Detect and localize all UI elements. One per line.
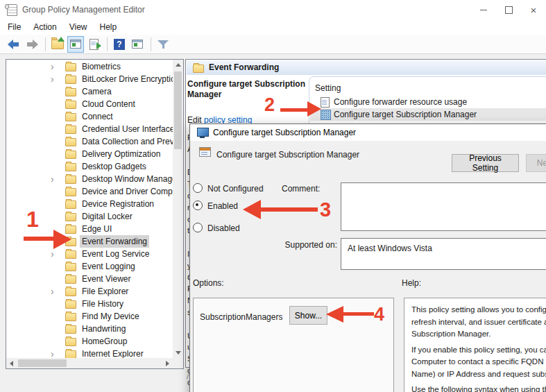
- help-paragraph: This policy setting allows you to config…: [411, 304, 546, 341]
- setting-row[interactable]: Configure target Subscription Manager: [310, 108, 546, 121]
- radio-button-icon[interactable]: [193, 223, 203, 232]
- tree-item-label: Device Registration: [80, 198, 156, 210]
- toolbar-separator: [45, 37, 46, 51]
- step-1-arrow-head: [53, 230, 71, 249]
- tree-item-label: Find My Device: [80, 310, 142, 323]
- menu-file[interactable]: File: [1, 20, 27, 34]
- radio-disabled[interactable]: Disabled: [193, 223, 240, 232]
- tree-item[interactable]: Data Collection and Preview Builds: [6, 135, 173, 148]
- comment-label: Comment:: [282, 184, 320, 194]
- dialog-titlebar: Configure target Subscription Manager: [190, 124, 546, 141]
- toolbar-separator: [107, 37, 108, 51]
- tree-item[interactable]: Handwriting: [6, 323, 173, 335]
- tree-item[interactable]: HomeGroup: [6, 335, 173, 348]
- console-window-icon-button[interactable]: [129, 36, 146, 53]
- tree-item[interactable]: Desktop Gadgets: [6, 160, 173, 173]
- folder-icon: [65, 101, 76, 109]
- tree-item[interactable]: Credential User Interface: [6, 123, 173, 135]
- previous-setting-button[interactable]: Previous Setting: [452, 154, 519, 172]
- back-arrow-icon-button[interactable]: [6, 36, 22, 53]
- folder-icon: [65, 163, 76, 171]
- help-line: If you enable this policy setting, you c…: [411, 344, 546, 357]
- folder-icon: [65, 113, 76, 121]
- help-line: Subscription Manager.: [411, 328, 546, 341]
- expand-chevron-icon[interactable]: ›: [51, 173, 59, 185]
- result-pane-header: Event Forwarding: [187, 60, 546, 75]
- supported-on-box: At least Windows Vista: [341, 238, 546, 270]
- show-button[interactable]: Show...: [289, 306, 327, 325]
- filter-icon-button[interactable]: [155, 36, 171, 53]
- setting-row[interactable]: Configure forwarder resource usage: [310, 96, 546, 108]
- radio-button-icon[interactable]: [193, 201, 203, 210]
- tree-item[interactable]: ›Internet Explorer: [6, 348, 173, 358]
- folder-icon: [65, 263, 76, 271]
- expand-chevron-icon[interactable]: ›: [51, 348, 59, 358]
- tree-item-label: Biometrics: [80, 60, 123, 73]
- settings-column-header[interactable]: Setting: [315, 83, 341, 93]
- help-icon-button[interactable]: [111, 36, 128, 53]
- tree-item[interactable]: ›Desktop Window Manager: [6, 173, 173, 185]
- tree-item-label: File History: [80, 298, 126, 310]
- tree-item[interactable]: Delivery Optimization: [6, 148, 173, 160]
- menubar: FileActionViewHelp: [0, 19, 546, 35]
- up-folder-icon: [51, 40, 64, 49]
- tree-item[interactable]: Event Logging: [6, 260, 173, 273]
- help-text-box[interactable]: This policy setting allows you to config…: [404, 298, 546, 392]
- next-setting-button[interactable]: Next Setting: [526, 154, 546, 172]
- tree-item[interactable]: ›File Explorer: [6, 285, 173, 298]
- filter-icon: [157, 40, 169, 49]
- tree-item[interactable]: ›Biometrics: [6, 60, 173, 73]
- step-3-arrow-head: [243, 200, 261, 219]
- scroll-down-icon[interactable]: [173, 348, 183, 358]
- menu-help[interactable]: Help: [94, 20, 123, 34]
- step-2-arrow-line: [280, 108, 308, 112]
- tree-item[interactable]: Camera: [6, 85, 173, 98]
- selected-policy-title: Configure target Subscription Manager: [187, 79, 312, 100]
- folder-icon: [65, 325, 76, 334]
- scroll-left-icon[interactable]: [6, 358, 17, 368]
- back-arrow-icon: [8, 40, 20, 49]
- gpme-app-icon: [7, 4, 17, 16]
- help-line: This policy setting allows you to config…: [411, 304, 546, 316]
- expand-chevron-icon[interactable]: ›: [51, 60, 59, 73]
- tree-item[interactable]: Find My Device: [6, 310, 173, 323]
- up-folder-icon-button[interactable]: [49, 36, 66, 53]
- menu-action[interactable]: Action: [27, 20, 62, 34]
- export-list-icon-button[interactable]: [85, 36, 102, 53]
- tree-item[interactable]: Event Viewer: [6, 273, 173, 285]
- tree-item-label: Data Collection and Preview Builds: [80, 135, 173, 148]
- expand-chevron-icon[interactable]: ›: [51, 73, 59, 85]
- close-icon[interactable]: ×: [521, 0, 546, 19]
- radio-not-configured[interactable]: Not Configured: [193, 183, 264, 193]
- help-line: Use the following syntax when using the …: [411, 384, 546, 392]
- vertical-scroll-thumb[interactable]: [174, 71, 182, 149]
- minimize-icon[interactable]: [471, 0, 496, 19]
- console-tree-toggle-icon-button[interactable]: [67, 36, 84, 53]
- tree-item[interactable]: Cloud Content: [6, 98, 173, 110]
- policy-dialog-icon: [197, 128, 209, 137]
- tree-horizontal-scrollbar[interactable]: [6, 358, 173, 368]
- tree-item[interactable]: File History: [6, 298, 173, 310]
- tree-item[interactable]: ›Event Log Service: [6, 248, 173, 260]
- radio-button-icon[interactable]: [193, 183, 203, 193]
- horizontal-scroll-thumb[interactable]: [18, 359, 67, 367]
- scroll-up-icon[interactable]: [173, 60, 183, 70]
- menu-view[interactable]: View: [63, 20, 94, 34]
- radio-enabled[interactable]: Enabled: [193, 201, 238, 210]
- tree-vertical-scrollbar[interactable]: [173, 60, 183, 358]
- expand-chevron-icon[interactable]: ›: [51, 285, 59, 298]
- tree-item[interactable]: Connect: [6, 110, 173, 123]
- tree-item-label: Device and Driver Compatibility: [80, 185, 173, 198]
- folder-icon: [65, 338, 76, 346]
- scroll-right-icon[interactable]: [162, 358, 173, 368]
- comment-input[interactable]: [341, 182, 546, 231]
- expand-chevron-icon[interactable]: ›: [51, 248, 59, 260]
- tree-item[interactable]: ›BitLocker Drive Encryption: [6, 73, 173, 85]
- tree-item-label: HomeGroup: [80, 335, 129, 348]
- forward-arrow-icon-button[interactable]: [24, 36, 40, 53]
- options-label: Options:: [193, 278, 224, 288]
- tree-item[interactable]: Device and Driver Compatibility: [6, 185, 173, 198]
- radio-label: Enabled: [207, 201, 238, 211]
- tree-item-label: Edge UI: [80, 223, 114, 235]
- maximize-icon[interactable]: [496, 0, 521, 19]
